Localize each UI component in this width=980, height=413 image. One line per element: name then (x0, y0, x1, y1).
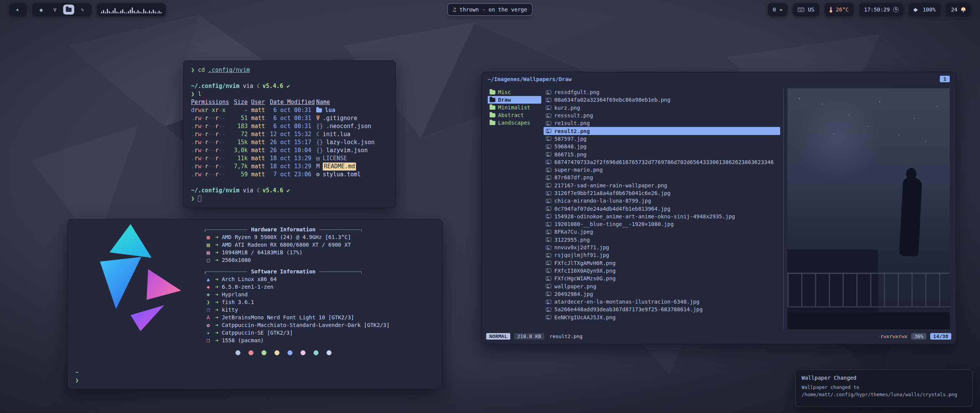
updates-count: 0 (773, 7, 776, 13)
visualizer-bar (101, 11, 102, 13)
v-app-icon[interactable]: V (49, 5, 60, 15)
memory-icon: ▤ (205, 249, 212, 255)
file-item[interactable]: FXfcJlTXgAMvH6R.png (544, 259, 780, 267)
file-date: 18 oct 13:29 (270, 154, 313, 163)
dir-name: Abstract (498, 112, 524, 118)
topbar-right-group: 0 ❧ US 26°C 17:50:29 100% 24 (768, 3, 971, 16)
file-item[interactable]: 3122955.png (544, 236, 780, 244)
file-size: 72 (231, 130, 248, 138)
visualizer-bar (149, 10, 150, 13)
file-item[interactable]: FXfcHgcWIAMzs0G.png (544, 275, 780, 282)
column-header: Name (316, 98, 330, 106)
file-item[interactable]: 0c794faf07de24a4db4d4fb1eb813964.jpg (544, 205, 780, 212)
volume-module[interactable]: 100% (909, 3, 941, 16)
image-file-icon (546, 199, 551, 203)
file-item[interactable]: 217167-sad-anime-rain-wallpaper.png (544, 182, 780, 189)
file-user: matt (251, 146, 266, 154)
sidebar-dir-item[interactable]: Draw (488, 96, 541, 104)
sidebar-dir-item[interactable]: Minimalist (488, 104, 541, 111)
file-item[interactable]: 8FKa7Cu.jpeg (544, 228, 780, 236)
file-name: FXfcJlTXgAMvH6R.png (554, 260, 616, 266)
file-item[interactable]: 587597.jpg (544, 135, 780, 143)
file-item[interactable]: 596848.jpg (544, 143, 780, 150)
arrow-icon: ➜ (215, 307, 218, 313)
file-item[interactable]: 3126f7e9bbf21a8a4af0b67b041c6e26.jpg (544, 189, 780, 197)
terminal-input-line[interactable]: ❯ (191, 195, 388, 203)
fetch-info-value: JetBrainsMono Nerd Font Light 10 [GTK2/3… (222, 314, 354, 320)
file-size: 11k (231, 154, 248, 163)
file-name: atardecer-en-la-montanas-ilustracion-634… (554, 299, 699, 305)
clock-module[interactable]: 17:50:29 (859, 3, 903, 16)
keyboard-layout-module[interactable]: US (793, 3, 819, 16)
wm-icon: ❖ (205, 291, 212, 298)
file-name-cell: Ψ.gitignore (316, 114, 388, 122)
file-item[interactable]: 20492984.jpg (544, 290, 780, 298)
column-header: Date Modified (270, 98, 313, 106)
browser-icon[interactable]: ◉ (36, 5, 47, 15)
visualizer-bar (141, 12, 142, 13)
notifications-module[interactable]: 24 (946, 3, 971, 16)
image-file-icon (546, 206, 551, 211)
file-name: 5a266e448add93deab367d87173e9f25-6837886… (554, 306, 703, 312)
editor-icon[interactable]: ✎ (77, 5, 88, 15)
cpu-icon: ▦ (205, 234, 212, 240)
temperature-module[interactable]: 26°C (825, 3, 854, 16)
file-item[interactable]: wallpaper.png (544, 282, 780, 290)
fetch-info-row: ▢➜980x413 (205, 256, 419, 264)
sidebar-dir-item[interactable]: Landscapes (488, 119, 541, 127)
file-item[interactable]: 68747470733a2f2f696d616765732d7769786d70… (544, 158, 780, 166)
fetch-info-row: ▧➜AMD ATI Radeon RX 6800/6800 XT / 6900 … (205, 241, 419, 249)
file-item[interactable]: rsjqojlmjhf91.jpg (544, 251, 780, 259)
file-name: FXfcII0X0AQyn9X.png (554, 268, 616, 274)
notification-popup[interactable]: Wallpaper Changed Wallpaper changed to /… (795, 369, 973, 407)
file-item[interactable]: resssult.png (544, 112, 780, 119)
file-item[interactable]: kurz.png (544, 104, 780, 112)
file-permissions: .rw-r--r-- (191, 146, 227, 154)
file-date: 26 oct 10:04 (270, 146, 313, 154)
file-item[interactable]: 866715.png (544, 150, 780, 158)
visualizer-bar (105, 12, 106, 13)
file-item[interactable]: ressdfgult.png (544, 88, 780, 96)
file-item[interactable]: re1sult.png (544, 119, 780, 127)
volume-level: 100% (923, 7, 936, 13)
files-icon[interactable] (63, 5, 74, 15)
audio-visualizer[interactable] (97, 3, 166, 16)
json-icon: {} (316, 124, 323, 129)
fetch-info-row: ❖➜Hyprland (205, 291, 419, 298)
palette-dot (235, 350, 240, 355)
file-size-badge: 218.8 KB (514, 333, 544, 340)
figure-silhouette-art (899, 168, 924, 263)
arrow-icon: ➜ (215, 249, 218, 255)
media-widget[interactable]: ♫ thrown - on the verge (447, 3, 533, 16)
nvim-version: v5.4.6 (263, 82, 283, 90)
file-name-cell: ☾init.lua (316, 130, 388, 138)
launcher-button[interactable]: ➤ (9, 3, 27, 16)
prompt-icon: ❯ (75, 376, 78, 384)
file-item[interactable]: FXfcII0X0AQyn9X.png (544, 267, 780, 275)
file-item[interactable]: chica-mirando-la-luna-8799.jpg (544, 197, 780, 205)
file-item[interactable]: super-mario.png (544, 166, 780, 174)
file-name: 217167-sad-anime-rain-wallpaper.png (554, 182, 667, 189)
image-file-icon (546, 261, 551, 265)
file-item[interactable]: atardecer-en-la-montanas-ilustracion-634… (544, 298, 780, 306)
updates-module[interactable]: 0 ❧ (768, 3, 788, 16)
keyboard-icon (798, 8, 804, 12)
palette-dot (327, 350, 332, 355)
file-item[interactable]: result2.png (544, 127, 780, 135)
file-date: 18 oct 13:29 (270, 163, 313, 171)
file-item[interactable]: EeNKYgIUcAAJ5JX.png (544, 314, 780, 321)
fetch-info-row: ▤➜10948MiB / 64183MiB (17%) (205, 249, 419, 256)
figure-body-art (899, 177, 923, 257)
file-item[interactable]: 19201080-__blue-tinge__-1920×1080.jpg (544, 220, 780, 228)
image-file-icon (546, 307, 551, 312)
file-item[interactable]: nnvuv0xj2df71.jpg (544, 244, 780, 251)
sidebar-dir-item[interactable]: Abstract (488, 111, 541, 119)
file-item[interactable]: 08a634fa02a32364f69ebc86a98eb1eb.png (544, 96, 780, 104)
file-item[interactable]: 87r687df.png (544, 174, 780, 181)
tab-indicator[interactable]: 1 (940, 76, 950, 82)
fetch-info-value: Catppuccin-Macchiato-Standard-Lavender-D… (222, 322, 389, 328)
rule-line (319, 272, 362, 272)
file-item[interactable]: 5a266e448add93deab367d87173e9f25-6837886… (544, 306, 780, 313)
sidebar-dir-item[interactable]: Misc (488, 88, 541, 96)
file-item[interactable]: 154928-odinokoe_anime-art-anime-okno-sin… (544, 213, 780, 220)
